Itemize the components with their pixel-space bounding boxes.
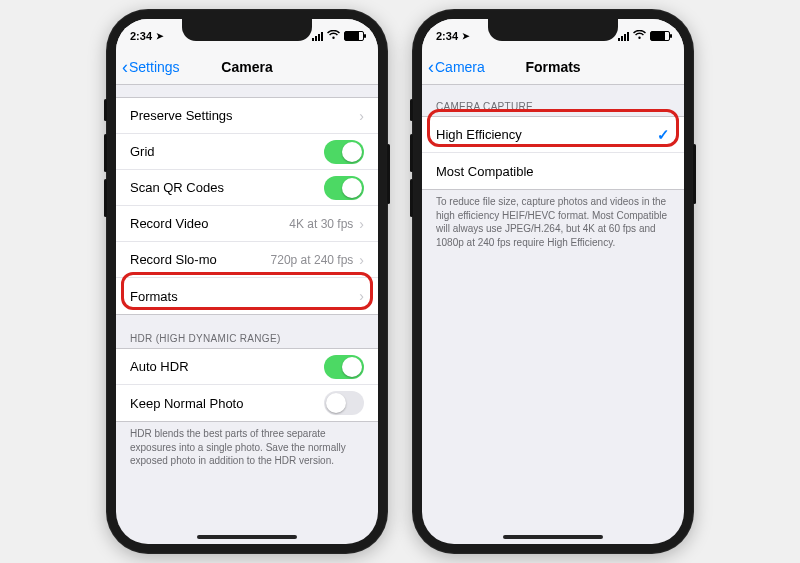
phone-left: 2:34 ➤ ‹ Settings Camera Pre (106, 9, 388, 554)
toggle-grid[interactable] (324, 140, 364, 164)
phone-right: 2:34 ➤ ‹ Camera Formats CAMERA CAPTURE (412, 9, 694, 554)
row-auto-hdr[interactable]: Auto HDR (116, 349, 378, 385)
row-record-slomo[interactable]: Record Slo-mo 720p at 240 fps › (116, 242, 378, 278)
back-label: Settings (129, 59, 180, 75)
status-time: 2:34 (130, 30, 152, 42)
cell-signal-icon (618, 32, 629, 41)
row-grid[interactable]: Grid (116, 134, 378, 170)
toggle-auto-hdr[interactable] (324, 355, 364, 379)
checkmark-icon: ✓ (657, 126, 670, 144)
nav-bar: ‹ Settings Camera (116, 49, 378, 85)
row-detail: 720p at 240 fps (271, 253, 354, 267)
chevron-left-icon: ‹ (122, 58, 128, 76)
battery-icon (650, 31, 670, 41)
back-button[interactable]: ‹ Camera (428, 49, 485, 84)
status-time: 2:34 (436, 30, 458, 42)
back-button[interactable]: ‹ Settings (122, 49, 180, 84)
row-label: Scan QR Codes (130, 180, 324, 195)
row-label: Keep Normal Photo (130, 396, 324, 411)
row-label: High Efficiency (436, 127, 657, 142)
home-indicator[interactable] (197, 535, 297, 539)
cell-signal-icon (312, 32, 323, 41)
row-formats[interactable]: Formats › (116, 278, 378, 314)
row-keep-normal[interactable]: Keep Normal Photo (116, 385, 378, 421)
notch (182, 19, 312, 41)
chevron-left-icon: ‹ (428, 58, 434, 76)
section-footer-capture: To reduce file size, capture photos and … (422, 190, 684, 249)
screen-left: 2:34 ➤ ‹ Settings Camera Pre (116, 19, 378, 544)
row-most-compatible[interactable]: Most Compatible (422, 153, 684, 189)
wifi-icon (633, 30, 646, 42)
row-label: Preserve Settings (130, 108, 359, 123)
row-label: Record Video (130, 216, 289, 231)
battery-icon (344, 31, 364, 41)
row-label: Record Slo-mo (130, 252, 271, 267)
row-detail: 4K at 30 fps (289, 217, 353, 231)
location-icon: ➤ (156, 31, 164, 41)
row-label: Formats (130, 289, 359, 304)
section-header-hdr: HDR (HIGH DYNAMIC RANGE) (116, 329, 378, 348)
section-footer-hdr: HDR blends the best parts of three separ… (116, 422, 378, 468)
chevron-right-icon: › (359, 252, 364, 268)
chevron-right-icon: › (359, 216, 364, 232)
nav-bar: ‹ Camera Formats (422, 49, 684, 85)
screen-right: 2:34 ➤ ‹ Camera Formats CAMERA CAPTURE (422, 19, 684, 544)
wifi-icon (327, 30, 340, 42)
home-indicator[interactable] (503, 535, 603, 539)
location-icon: ➤ (462, 31, 470, 41)
back-label: Camera (435, 59, 485, 75)
notch (488, 19, 618, 41)
section-header-capture: CAMERA CAPTURE (422, 97, 684, 116)
row-preserve-settings[interactable]: Preserve Settings › (116, 98, 378, 134)
toggle-keep-normal[interactable] (324, 391, 364, 415)
chevron-right-icon: › (359, 288, 364, 304)
row-label: Auto HDR (130, 359, 324, 374)
row-label: Most Compatible (436, 164, 670, 179)
row-high-efficiency[interactable]: High Efficiency ✓ (422, 117, 684, 153)
page-title: Formats (525, 59, 580, 75)
row-record-video[interactable]: Record Video 4K at 30 fps › (116, 206, 378, 242)
chevron-right-icon: › (359, 108, 364, 124)
page-title: Camera (221, 59, 272, 75)
toggle-scan-qr[interactable] (324, 176, 364, 200)
row-label: Grid (130, 144, 324, 159)
row-scan-qr[interactable]: Scan QR Codes (116, 170, 378, 206)
